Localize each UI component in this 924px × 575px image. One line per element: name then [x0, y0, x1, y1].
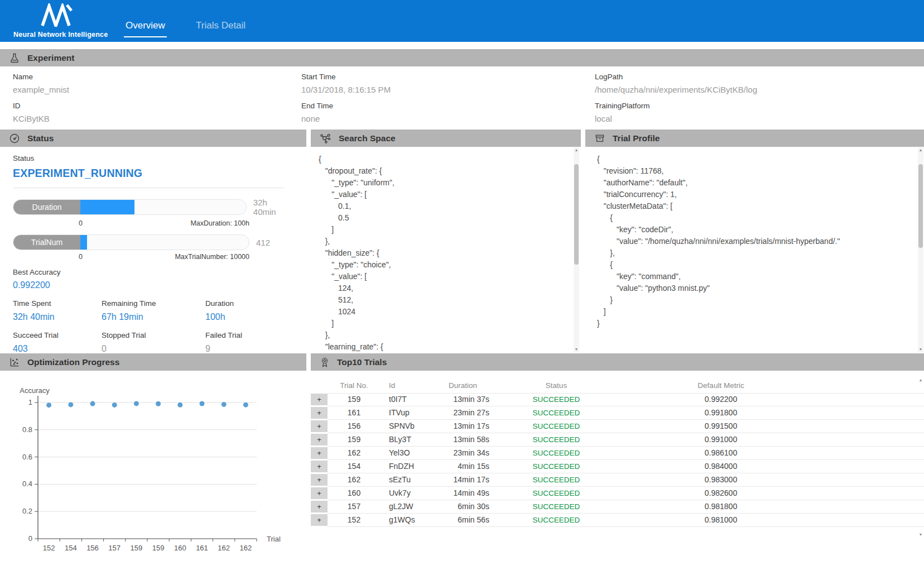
field-label: ID — [13, 102, 69, 110]
status-progress-bars: Duration32h 40min0MaxDuration: 100hTrial… — [13, 198, 292, 261]
best-accuracy: Best Accuracy 0.992200 — [13, 268, 292, 290]
stat-stopped-trial: Stopped Trial0 — [102, 331, 205, 354]
trial-profile-json-view[interactable]: { "revision": 11768, "authorName": "defa… — [597, 154, 912, 352]
cell-status: SUCCEEDED — [495, 500, 618, 514]
stat-label: Time Spent — [13, 299, 102, 308]
top10-scrollbar[interactable] — [918, 377, 923, 538]
table-row: +157gL2JW6min 30sSUCCEEDED0.981800 — [311, 500, 924, 514]
svg-text:159: 159 — [152, 544, 165, 552]
header-filler — [824, 378, 924, 394]
expand-row-button[interactable]: + — [311, 474, 328, 486]
field-value: example_mnist — [13, 85, 69, 94]
scroll-thumb[interactable] — [574, 164, 579, 265]
stat-duration: Duration100h — [205, 299, 292, 322]
field-label: Name — [13, 73, 69, 81]
search-space-json-view[interactable]: { "dropout_rate": { "_type": "uniform", … — [319, 154, 570, 352]
search-space-scrollbar[interactable] — [574, 147, 579, 352]
table-row: +156SPNVb13min 17sSUCCEEDED0.991500 — [311, 420, 924, 433]
tab-overview[interactable]: Overview — [124, 20, 167, 37]
status-stats-grid: Time Spent32h 40minRemaining Time67h 19m… — [13, 299, 292, 354]
progress-fill — [80, 235, 87, 250]
row-filler — [824, 420, 924, 433]
cell-id: Uvk7y — [381, 487, 431, 500]
scroll-down-arrow[interactable] — [918, 347, 923, 352]
cell-trial-no: 152 — [328, 514, 381, 527]
optimization-scatter-chart: 00.20.40.60.8115215415615715915916016116… — [0, 384, 304, 554]
field-value: /home/quzha/nni/experiments/KCiBytKB/log — [595, 85, 757, 94]
cell-status: SUCCEEDED — [495, 514, 618, 527]
svg-text:152: 152 — [43, 544, 55, 552]
scroll-down-arrow[interactable] — [918, 532, 923, 538]
field-label: Start Time — [301, 73, 391, 81]
flask-icon — [9, 52, 20, 64]
cell-default-metric: 0.981000 — [618, 514, 824, 527]
progress-fill — [80, 200, 134, 214]
scroll-up-arrow[interactable] — [918, 147, 923, 153]
cell-status: SUCCEEDED — [495, 406, 618, 420]
stat-value: 100h — [205, 312, 292, 322]
experiment-field: IDKCiBytKB — [13, 102, 69, 123]
tab-trials-detail[interactable]: Trials Detail — [194, 20, 247, 36]
svg-text:0.6: 0.6 — [22, 453, 32, 461]
field-label: TrainingPlatform — [595, 102, 757, 110]
expand-row-button[interactable]: + — [311, 447, 328, 459]
cell-trial-no: 154 — [328, 460, 381, 473]
cell-id: ITVup — [381, 406, 431, 420]
progress-min-label: 0 — [79, 219, 83, 227]
cell-duration: 6min 56s — [431, 514, 495, 527]
row-filler — [824, 500, 924, 514]
scroll-down-arrow[interactable] — [574, 347, 579, 352]
stat-succeed-trial: Succeed Trial403 — [13, 331, 102, 354]
row-filler — [824, 393, 924, 406]
expand-cell: + — [311, 460, 328, 473]
table-row: +161ITVup23min 27sSUCCEEDED0.991800 — [311, 406, 924, 420]
medal-icon — [320, 357, 330, 368]
cell-default-metric: 0.981800 — [618, 500, 824, 514]
scroll-up-arrow[interactable] — [918, 377, 923, 383]
scatter-chart-icon — [9, 357, 20, 368]
stat-label: Duration — [205, 299, 292, 308]
row-filler — [824, 447, 924, 460]
cell-trial-no: 161 — [328, 406, 381, 420]
stat-time-spent: Time Spent32h 40min — [13, 299, 102, 322]
svg-text:162: 162 — [218, 544, 230, 552]
svg-text:0.2: 0.2 — [22, 507, 32, 515]
scroll-up-arrow[interactable] — [574, 147, 579, 153]
expand-row-button[interactable]: + — [311, 501, 328, 512]
expand-row-button[interactable]: + — [311, 407, 328, 419]
cell-default-metric: 0.983000 — [618, 473, 824, 487]
cell-id: FnDZH — [381, 460, 431, 473]
archive-box-icon — [594, 133, 605, 144]
stat-label: Succeed Trial — [13, 331, 102, 339]
cell-duration: 4min 15s — [431, 460, 495, 473]
expand-row-button[interactable]: + — [311, 461, 328, 472]
expand-row-button[interactable]: + — [311, 420, 328, 432]
table-row: +162sEzTu14min 17sSUCCEEDED0.983000 — [311, 473, 924, 487]
stat-value: 32h 40min — [13, 312, 102, 322]
svg-text:156: 156 — [86, 544, 99, 552]
svg-text:157: 157 — [108, 544, 121, 552]
expand-row-button[interactable]: + — [311, 394, 328, 405]
svg-text:162: 162 — [240, 544, 252, 552]
progress-max-label: MaxTrialNumber: 10000 — [175, 253, 249, 261]
experiment-column-middle: Start Time10/31/2018, 8:16:15 PMEnd Time… — [301, 73, 391, 131]
trial-profile-scrollbar[interactable] — [918, 147, 923, 352]
expand-row-button[interactable]: + — [311, 487, 328, 499]
cell-default-metric: 0.992200 — [618, 393, 824, 406]
scroll-thumb[interactable] — [918, 164, 923, 248]
row-filler — [824, 406, 924, 420]
best-accuracy-value: 0.992200 — [13, 280, 292, 290]
field-value: none — [301, 114, 391, 123]
top10-section-header: Top10 Trials — [311, 353, 924, 371]
brand-text: Neural Network Intelligence — [13, 31, 114, 39]
row-filler — [824, 433, 924, 447]
stat-label: Failed Trial — [205, 331, 292, 339]
expand-row-button[interactable]: + — [311, 434, 328, 445]
progress-scale: 0MaxDuration: 100h — [13, 219, 249, 227]
svg-text:159: 159 — [131, 544, 143, 552]
expand-row-button[interactable]: + — [311, 514, 328, 526]
experiment-column-right: LogPath/home/quzha/nni/experiments/KCiBy… — [595, 73, 757, 131]
col-status: Status — [495, 378, 618, 394]
table-row: +152g1WQs6min 56sSUCCEEDED0.981000 — [311, 514, 924, 527]
svg-text:1: 1 — [28, 398, 32, 406]
